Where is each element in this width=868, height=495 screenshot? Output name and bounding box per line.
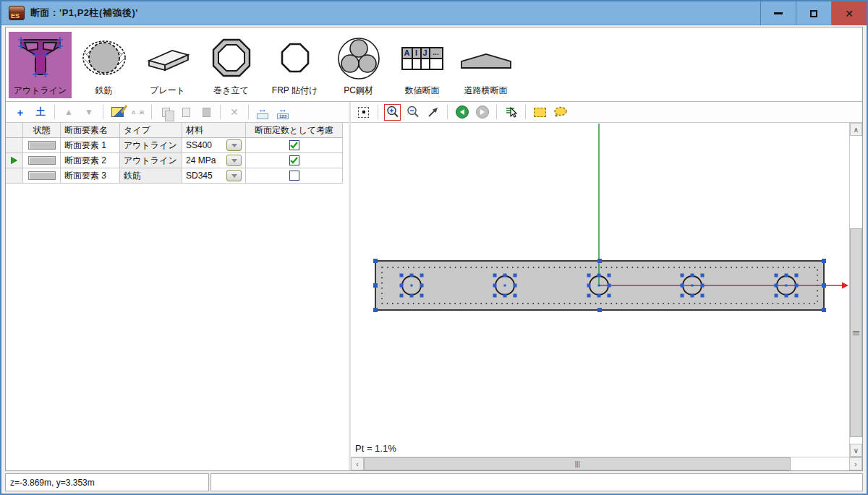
- canvas-toolbar: [351, 102, 862, 123]
- select-cursor-icon: [505, 106, 518, 119]
- element-table: 状態 断面要素名 タイプ 材料 断面定数として考慮 断面要素 1 アウトライン …: [6, 123, 349, 470]
- view-forward-button[interactable]: [474, 104, 490, 121]
- type-cell: アウトライン: [120, 153, 182, 168]
- zoom-out-button[interactable]: [404, 104, 421, 121]
- considered-cell[interactable]: [246, 168, 343, 184]
- checkmark-icon: [290, 142, 298, 149]
- window-title: 断面 : 'P1,P2柱(補強後)': [30, 7, 138, 20]
- horizontal-scroll-track[interactable]: |||: [364, 457, 849, 470]
- close-button[interactable]: ✕: [831, 1, 867, 25]
- duplicate-button[interactable]: [197, 104, 215, 120]
- state-cell[interactable]: [23, 138, 61, 153]
- rename-ab-icon: A→B: [132, 109, 144, 116]
- considered-cell[interactable]: [246, 153, 343, 168]
- scroll-down-button[interactable]: ∨: [850, 444, 862, 457]
- type-button-outline-label: アウトライン: [14, 85, 67, 97]
- type-cell: アウトライン: [120, 138, 182, 153]
- material-cell[interactable]: SS400: [182, 138, 246, 153]
- vertical-scroll-thumb[interactable]: |||: [850, 228, 862, 438]
- maximize-icon: [810, 10, 817, 17]
- row-selector[interactable]: [6, 153, 23, 168]
- type-cell: 鉄筋: [120, 168, 182, 184]
- state-swatch: [28, 141, 56, 150]
- row-selector[interactable]: [6, 168, 23, 184]
- view-back-button[interactable]: [454, 104, 470, 121]
- material-cell[interactable]: 24 MPa: [182, 153, 246, 168]
- edit-element-button[interactable]: [109, 104, 126, 120]
- type-button-frp[interactable]: FRP 貼付け: [263, 32, 326, 98]
- material-dropdown-button[interactable]: [226, 139, 242, 151]
- copy-button[interactable]: [157, 104, 174, 120]
- back-icon: [456, 106, 469, 119]
- type-button-jacketing-label: 巻き立て: [213, 85, 249, 97]
- vertical-scroll-track[interactable]: |||: [850, 136, 862, 444]
- plate-icon: [136, 32, 199, 85]
- paste-icon: [182, 108, 190, 117]
- scroll-up-button[interactable]: ∧: [850, 123, 862, 136]
- header-name: 断面要素名: [61, 123, 120, 138]
- delete-element-button[interactable]: ✕: [226, 104, 243, 120]
- rename-button[interactable]: A→B: [129, 104, 146, 120]
- move-up-button[interactable]: ▲: [60, 104, 77, 120]
- chevron-down-icon: [231, 174, 237, 178]
- considered-checkbox[interactable]: [289, 155, 299, 165]
- scroll-left-button[interactable]: ‹: [351, 457, 364, 470]
- horizontal-scroll-thumb[interactable]: |||: [364, 457, 791, 470]
- vertical-scrollbar[interactable]: ∧ ||| ∨: [849, 123, 862, 457]
- fit-column-width-numeric-button[interactable]: ↔123: [274, 104, 292, 120]
- header-material: 材料: [182, 123, 246, 138]
- drawing-canvas[interactable]: Pt = 1.1%: [351, 123, 849, 457]
- move-down-button[interactable]: ▼: [80, 104, 98, 120]
- zoom-extents-button[interactable]: [355, 104, 372, 121]
- rect-select-button[interactable]: [532, 104, 548, 121]
- name-cell[interactable]: 断面要素 1: [61, 138, 120, 153]
- considered-cell[interactable]: [246, 138, 343, 153]
- lasso-select-button[interactable]: [552, 104, 569, 121]
- name-cell[interactable]: 断面要素 2: [61, 153, 120, 168]
- pan-arrow-button[interactable]: [425, 104, 441, 121]
- considered-checkbox[interactable]: [289, 140, 299, 150]
- section-figure[interactable]: [351, 123, 849, 457]
- type-button-outline[interactable]: アウトライン: [9, 32, 72, 98]
- material-dropdown-button[interactable]: [226, 155, 242, 166]
- diagonal-arrow-icon: [427, 106, 440, 119]
- zoom-in-button[interactable]: [384, 104, 401, 121]
- state-cell[interactable]: [23, 153, 61, 168]
- add-element-under-button[interactable]: 土: [32, 104, 49, 120]
- row-selector[interactable]: [6, 138, 23, 153]
- table-row: 断面要素 2 アウトライン 24 MPa: [6, 153, 349, 168]
- title-bar[interactable]: ES 断面 : 'P1,P2柱(補強後)' ✕: [1, 1, 867, 25]
- name-cell[interactable]: 断面要素 3: [61, 168, 120, 184]
- type-button-plate-label: プレート: [150, 85, 185, 97]
- material-value: SS400: [186, 140, 212, 150]
- type-button-road[interactable]: 道路横断面: [454, 32, 517, 98]
- drawing-panel: Pt = 1.1% ∧ ||| ∨ ‹ ||| ›: [351, 102, 862, 470]
- type-button-pc-steel-label: PC鋼材: [344, 85, 373, 97]
- fit-column-width-button[interactable]: ↔: [254, 104, 271, 120]
- type-button-plate[interactable]: プレート: [136, 32, 199, 98]
- numeric-cell-i: I: [412, 48, 421, 59]
- material-value: SD345: [186, 171, 213, 181]
- header-state: 状態: [23, 123, 61, 138]
- frp-icon: [263, 32, 326, 85]
- type-button-rebar[interactable]: 鉄筋: [72, 32, 135, 98]
- material-dropdown-button[interactable]: [226, 170, 242, 181]
- material-cell[interactable]: SD345: [182, 168, 246, 184]
- pt-ratio-label: Pt = 1.1%: [355, 443, 396, 454]
- add-element-button[interactable]: +: [12, 104, 29, 120]
- scroll-right-button[interactable]: ›: [849, 457, 862, 470]
- state-cell[interactable]: [23, 168, 61, 184]
- maximize-button[interactable]: [796, 1, 831, 25]
- horizontal-scrollbar[interactable]: ‹ ||| ›: [351, 457, 862, 470]
- considered-checkbox[interactable]: [289, 171, 299, 181]
- chevron-down-icon: [231, 159, 237, 163]
- paste-button[interactable]: [177, 104, 195, 120]
- header-considered: 断面定数として考慮: [246, 123, 343, 138]
- app-icon: ES: [9, 6, 25, 20]
- numeric-section-icon: A I J ...: [391, 32, 454, 85]
- select-cursor-button[interactable]: [503, 104, 519, 121]
- type-button-numeric[interactable]: A I J ... 数値断面: [391, 32, 454, 98]
- minimize-button[interactable]: [760, 1, 796, 25]
- type-button-jacketing[interactable]: 巻き立て: [200, 32, 263, 98]
- type-button-pc-steel[interactable]: PC鋼材: [327, 32, 390, 98]
